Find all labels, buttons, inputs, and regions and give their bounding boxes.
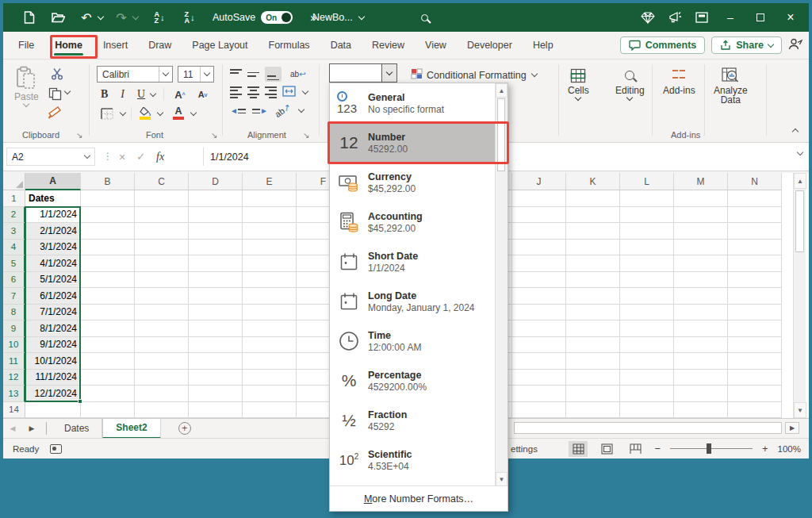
cell-D10[interactable]: [189, 337, 243, 354]
ribbon-tab-insert[interactable]: Insert: [93, 33, 138, 57]
cell-E7[interactable]: [243, 288, 297, 305]
cell-K7[interactable]: [566, 288, 620, 305]
clipboard-dialog-launcher[interactable]: ↘: [76, 131, 82, 140]
row-header-8[interactable]: 8: [3, 305, 25, 321]
normal-view-icon[interactable]: [569, 441, 588, 457]
cell-D9[interactable]: [189, 320, 243, 337]
comments-button[interactable]: Comments: [620, 36, 706, 54]
menu-scrollbar[interactable]: ▲ ▼: [495, 83, 508, 486]
format-option-short-date[interactable]: Short Date1/1/2024: [330, 242, 508, 282]
underline-dropdown-icon[interactable]: [150, 90, 156, 96]
cell-E6[interactable]: [243, 272, 297, 289]
ribbon-tab-developer[interactable]: Developer: [457, 33, 523, 57]
column-header-B[interactable]: B: [81, 173, 135, 190]
cell-M12[interactable]: [674, 370, 728, 386]
cell-N3[interactable]: [728, 223, 782, 240]
fill-color-icon[interactable]: [137, 106, 153, 121]
orientation-icon[interactable]: ab↗: [273, 102, 293, 120]
row-header-14[interactable]: 14: [3, 402, 25, 419]
cell-K1[interactable]: [566, 190, 620, 207]
font-color-dropdown-icon[interactable]: [190, 109, 197, 115]
cell-E5[interactable]: [243, 255, 297, 272]
scroll-right-icon[interactable]: ▶: [785, 422, 799, 434]
cell-L11[interactable]: [620, 353, 674, 370]
page-layout-view-icon[interactable]: [597, 441, 616, 457]
sort-descending-icon[interactable]: ZA↓: [178, 7, 201, 28]
more-number-formats-item[interactable]: More Number Formats…: [330, 485, 508, 511]
row-header-2[interactable]: 2: [3, 207, 25, 224]
cell-C7[interactable]: [135, 288, 189, 305]
cell-J3[interactable]: [512, 223, 566, 240]
cell-J8[interactable]: [512, 305, 566, 321]
row-header-3[interactable]: 3: [3, 223, 25, 240]
cell-A5[interactable]: 4/1/2024: [25, 255, 81, 272]
format-option-accounting[interactable]: Accounting$45,292.00: [330, 202, 508, 242]
paste-button[interactable]: Paste: [14, 66, 39, 106]
cell-L12[interactable]: [620, 370, 674, 386]
cell-L4[interactable]: [620, 240, 674, 256]
cell-E2[interactable]: [243, 207, 297, 224]
sort-ascending-icon[interactable]: AZ↓: [147, 7, 171, 28]
cell-D6[interactable]: [189, 272, 243, 289]
cell-C5[interactable]: [135, 255, 189, 272]
menu-scroll-down-icon[interactable]: ▼: [496, 472, 508, 486]
sheet-tab-dates[interactable]: Dates: [52, 419, 102, 439]
row-header-7[interactable]: 7: [3, 288, 25, 305]
alignment-dialog-launcher[interactable]: ↘: [303, 131, 309, 140]
cell-M1[interactable]: [674, 190, 728, 207]
cell-M2[interactable]: [674, 207, 728, 224]
next-sheet-icon[interactable]: ▶: [22, 424, 41, 432]
cell-M9[interactable]: [674, 320, 728, 337]
wrap-text-icon[interactable]: ab↩: [290, 70, 306, 79]
cell-E11[interactable]: [243, 353, 297, 370]
search-icon[interactable]: [412, 7, 436, 28]
cell-N9[interactable]: [728, 320, 782, 337]
analyze-data-button[interactable]: Analyze Data: [714, 67, 748, 106]
align-left-icon[interactable]: [230, 86, 242, 98]
cell-E13[interactable]: [243, 386, 297, 402]
ribbon-tab-file[interactable]: File: [8, 33, 44, 57]
row-header-4[interactable]: 4: [3, 240, 25, 256]
autosave-toggle[interactable]: On: [261, 11, 293, 24]
borders-dropdown-icon[interactable]: [120, 109, 126, 115]
cell-B12[interactable]: [81, 370, 135, 386]
format-option-scientific[interactable]: 102Scientific4.53E+04: [330, 440, 508, 480]
feedback-megaphone-icon[interactable]: [663, 7, 687, 28]
undo-dropdown-icon[interactable]: [98, 13, 104, 19]
cell-D8[interactable]: [189, 305, 243, 321]
cell-L9[interactable]: [620, 320, 674, 337]
column-header-L[interactable]: L: [620, 173, 674, 190]
column-header-J[interactable]: J: [512, 173, 566, 190]
cell-N12[interactable]: [728, 370, 782, 386]
cell-B7[interactable]: [81, 288, 135, 305]
row-header-6[interactable]: 6: [3, 272, 25, 289]
font-dialog-launcher[interactable]: ↘: [211, 131, 217, 140]
cell-L7[interactable]: [620, 288, 674, 305]
cell-J7[interactable]: [512, 288, 566, 305]
cell-B2[interactable]: [81, 207, 135, 224]
cell-C2[interactable]: [135, 207, 189, 224]
cells-button[interactable]: Cells: [568, 67, 589, 100]
new-sheet-button[interactable]: +: [178, 422, 191, 435]
format-option-currency[interactable]: Currency$45,292.00: [330, 163, 508, 202]
scroll-down-icon[interactable]: ▼: [794, 402, 806, 418]
copy-icon[interactable]: [47, 86, 63, 102]
cell-B3[interactable]: [81, 223, 135, 240]
cell-K3[interactable]: [566, 223, 620, 240]
cell-K2[interactable]: [566, 207, 620, 224]
cell-A13[interactable]: 12/1/2024: [25, 386, 81, 402]
cell-D4[interactable]: [189, 240, 243, 256]
cell-M10[interactable]: [674, 337, 728, 354]
cell-A6[interactable]: 5/1/2024: [25, 272, 81, 289]
cell-N6[interactable]: [728, 272, 782, 289]
prev-sheet-icon[interactable]: ◀: [3, 424, 22, 432]
cell-J1[interactable]: [512, 190, 566, 207]
zoom-in-button[interactable]: +: [762, 443, 768, 455]
cell-L5[interactable]: [620, 255, 674, 272]
tab-splitter[interactable]: [46, 422, 47, 435]
format-option-fraction[interactable]: ½Fraction45292: [330, 401, 508, 440]
cell-N14[interactable]: [728, 402, 782, 419]
horizontal-scroll-thumb[interactable]: [514, 422, 782, 434]
cancel-entry-icon[interactable]: ×: [119, 151, 125, 163]
ribbon-tab-formulas[interactable]: Formulas: [259, 33, 320, 57]
